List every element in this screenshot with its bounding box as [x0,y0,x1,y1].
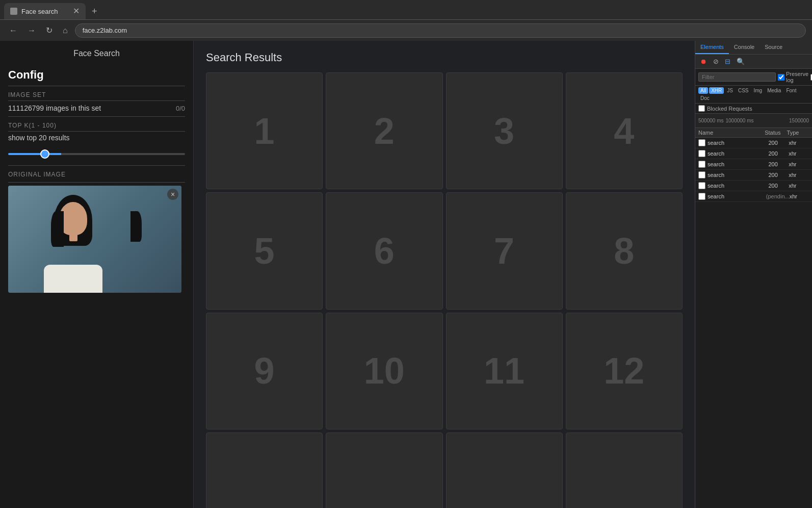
tab-close-button[interactable]: ✕ [73,7,80,15]
result-cell-4[interactable]: 4 [566,72,683,189]
sidebar-header: Face Search [0,41,193,63]
preserve-log-check: Preserve log [778,71,808,83]
section-divider-6 [8,182,185,183]
image-set-text: 111126799 images in this set [8,104,101,112]
timeline-bar: 500000 ms 1000000 ms 1500000 [695,114,812,128]
network-row-checkbox-6[interactable] [698,193,705,200]
filter-opt-doc[interactable]: Doc [698,95,712,101]
filter-opt-js[interactable]: JS [725,87,735,94]
devtools-tab-console[interactable]: Console [729,41,759,54]
main-content: Search Results 123456789101112 [194,41,695,508]
back-button[interactable]: ← [6,24,20,37]
network-rows: search200xhrsearch200xhrsearch200xhrsear… [695,138,812,202]
top-k-slider[interactable] [8,153,185,155]
result-cell-10[interactable]: 10 [326,313,442,429]
browser-chrome: Face search ✕ + ← → ↻ ⌂ face.z2lab.com [0,0,812,41]
network-row-name-5: search [708,183,768,189]
filter-input[interactable] [698,72,776,82]
network-row-checkbox-3[interactable] [698,161,705,168]
network-row-type-5: xhr [789,183,809,189]
result-cell-12[interactable]: 12 [566,313,683,429]
network-row-checkbox-1[interactable] [698,139,705,146]
result-cell-number-10: 10 [364,350,405,392]
image-set-section-label: IMAGE SET [0,86,193,100]
result-cell-number-1: 1 [254,110,275,152]
result-cell-11[interactable]: 11 [446,313,563,429]
blocked-requests: Blocked Requests [695,104,812,114]
network-row-checkbox-4[interactable] [698,171,705,179]
image-set-info: 111126799 images in this set 0/0 [0,101,193,116]
tab-label: Face search [21,8,69,15]
result-cell-5[interactable]: 5 [206,192,323,309]
network-row-type-4: xhr [789,172,809,178]
network-row-type-6: xhr [790,193,809,199]
network-row-name-1: search [708,140,768,146]
network-row-name-6: search [708,193,766,199]
active-tab[interactable]: Face search ✕ [4,3,86,19]
top-k-description: show top 20 results [0,132,193,146]
filter-opt-css[interactable]: CSS [736,87,751,94]
network-row-2[interactable]: search200xhr [695,148,812,159]
network-col-status-header: Status [765,130,787,136]
filter-opt-all[interactable]: All [698,87,708,94]
network-row-3[interactable]: search200xhr [695,159,812,170]
result-cell-number-5: 5 [254,230,275,272]
result-cell-14[interactable] [326,433,442,508]
result-cell-1[interactable]: 1 [206,72,323,189]
image-set-count: 0/0 [176,105,185,112]
network-row-5[interactable]: search200xhr [695,181,812,191]
network-row-status-3: 200 [768,161,789,167]
reload-button[interactable]: ↻ [43,23,56,37]
blocked-requests-checkbox[interactable] [698,105,705,112]
forward-button[interactable]: → [24,24,39,37]
filter-opt-img[interactable]: Img [751,87,764,94]
network-row-checkbox-5[interactable] [698,182,705,189]
original-image-section-label: ORIGINAL IMAGE [0,166,193,182]
home-button[interactable]: ⌂ [60,24,71,37]
network-row-status-2: 200 [768,150,789,157]
tab-favicon [10,8,17,15]
preserve-log-checkbox[interactable] [778,74,784,81]
result-cell-16[interactable] [566,433,683,508]
result-cell-8[interactable]: 8 [566,192,683,309]
devtools-tab-elements[interactable]: Elements [695,41,729,54]
result-cell-13[interactable] [206,433,323,508]
network-col-type-header: Type [787,130,809,136]
tab-bar: Face search ✕ + [0,0,812,19]
network-row-name-4: search [708,172,768,178]
filter-opt-font[interactable]: Font [784,87,798,94]
result-cell-9[interactable]: 9 [206,313,323,429]
filter-button[interactable]: ⊟ [723,57,732,66]
slider-container [0,146,193,165]
top-k-section-label: TOP K(1 - 100) [0,117,193,131]
network-row-4[interactable]: search200xhr [695,170,812,181]
network-row-6[interactable]: search(pendin...xhr [695,191,812,202]
filter-bar: Preserve log Hide data [695,69,812,86]
search-results-title: Search Results [206,51,683,64]
result-cell-number-4: 4 [614,110,634,152]
clear-button[interactable]: ⊘ [711,57,721,66]
sidebar: Face Search Config IMAGE SET 111126799 i… [0,41,194,508]
network-row-checkbox-2[interactable] [698,150,705,157]
result-cell-2[interactable]: 2 [326,72,442,189]
image-close-button[interactable]: × [167,189,178,200]
url-box[interactable]: face.z2lab.com [75,23,806,38]
devtools-panel: Elements Console Source ⏺ ⊘ ⊟ 🔍 Preserve… [695,41,812,508]
preserve-log-label: Preserve log [786,71,808,83]
search-button[interactable]: 🔍 [735,57,747,66]
result-cell-3[interactable]: 3 [446,72,563,189]
address-bar: ← → ↻ ⌂ face.z2lab.com [0,19,812,41]
result-cell-6[interactable]: 6 [326,192,442,309]
filter-opt-xhr[interactable]: XHR [709,87,724,94]
record-button[interactable]: ⏺ [698,57,709,66]
network-row-1[interactable]: search200xhr [695,138,812,148]
result-cell-7[interactable]: 7 [446,192,563,309]
blocked-requests-label: Blocked Requests [707,106,752,112]
filter-opt-media[interactable]: Media [765,87,783,94]
new-tab-button[interactable]: + [88,4,101,19]
timeline-label-1: 500000 ms [698,118,723,123]
result-cell-15[interactable] [446,433,563,508]
timeline-label-3: 1500000 [789,118,809,123]
devtools-tab-source[interactable]: Source [759,41,788,54]
result-cell-number-3: 3 [494,110,514,152]
